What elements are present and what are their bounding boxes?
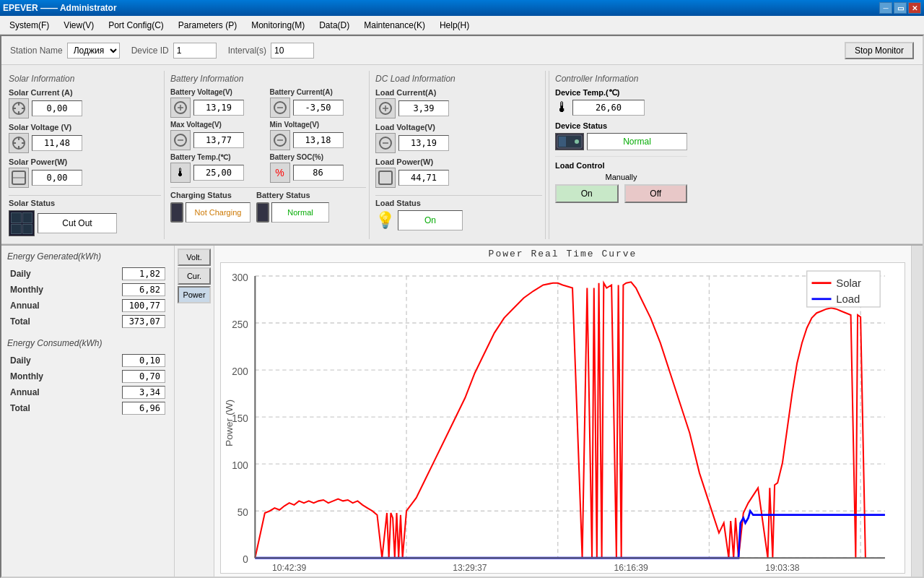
menu-port-config[interactable]: Port Config(C) xyxy=(102,18,170,33)
energy-generated-title: Energy Generated(kWh) xyxy=(7,251,168,262)
dcload-section-title: DC Load Information xyxy=(375,74,542,84)
svg-point-29 xyxy=(575,139,579,144)
menu-help[interactable]: Help(H) xyxy=(433,18,476,33)
minimize-button[interactable]: ─ xyxy=(879,2,892,14)
menubar: System(F) View(V) Port Config(C) Paramet… xyxy=(0,16,924,35)
chart-title: Power Real Time Curve xyxy=(220,249,905,259)
total-consumed-label: Total xyxy=(7,400,79,416)
menu-system[interactable]: System(F) xyxy=(3,18,56,33)
load-power-value: 44,71 xyxy=(398,170,449,186)
menu-data[interactable]: Data(D) xyxy=(313,18,356,33)
battery-status-value: Normal xyxy=(271,202,329,223)
load-power-gauge-icon xyxy=(375,168,396,188)
battery-status-icon xyxy=(256,202,269,223)
load-power-label: Load Power(W) xyxy=(375,158,433,166)
daily-generated-row: Daily 1,82 xyxy=(7,266,168,282)
battery-status-label: Battery Status xyxy=(256,191,329,199)
load-on-button[interactable]: On xyxy=(555,184,619,203)
right-scrollbar[interactable] xyxy=(911,246,923,577)
dcload-section: DC Load Information Load Current(A) 3,39… xyxy=(372,71,546,239)
close-button[interactable]: ✕ xyxy=(908,2,921,14)
chart-tab-cur[interactable]: Cur. xyxy=(178,267,211,285)
battery-temp-value: 25,00 xyxy=(193,165,244,181)
battery-voltage-value: 13,19 xyxy=(193,100,244,116)
solar-status-label: Solar Status xyxy=(9,199,161,207)
load-current-label: Load Current(A) xyxy=(375,88,436,97)
energy-consumed-title: Energy Consumed(kWh) xyxy=(7,338,168,348)
monthly-generated-row: Monthly 6,82 xyxy=(7,282,168,298)
device-id-group: Device ID xyxy=(131,43,217,59)
chart-tab-volt[interactable]: Volt. xyxy=(178,249,211,266)
solar-voltage-label: Solar Voltage (V) xyxy=(9,123,71,131)
battery-min-voltage-item: Min Voltage(V) 13,18 xyxy=(270,121,367,150)
load-current-item: Load Current(A) 3,39 xyxy=(375,88,542,118)
solar-voltage-value: 11,48 xyxy=(32,135,82,151)
controller-section: Controller Information Device Temp.(℃) 🌡… xyxy=(549,71,693,239)
battery-current-value: -3,50 xyxy=(293,100,344,116)
battery-temp-label: Battery Temp.(℃) xyxy=(170,153,231,161)
stop-monitor-button[interactable]: Stop Monitor xyxy=(845,42,914,59)
battery-min-voltage-label: Min Voltage(V) xyxy=(270,121,320,129)
svg-text:200: 200 xyxy=(232,366,248,377)
annual-consumed-row: Annual 3,34 xyxy=(7,384,168,400)
solar-status-value: Cut Out xyxy=(38,213,117,233)
svg-text:50: 50 xyxy=(237,507,248,518)
titlebar-controls: ─ ▭ ✕ xyxy=(879,2,921,14)
solar-panel-icon xyxy=(9,210,35,236)
restore-button[interactable]: ▭ xyxy=(894,2,907,14)
load-voltage-gauge-icon xyxy=(375,133,396,153)
battery-temp-icon: 🌡 xyxy=(170,163,191,183)
monthly-consumed-row: Monthly 0,70 xyxy=(7,368,168,384)
solar-section: Solar Information Solar Current (A) 0,00… xyxy=(6,71,165,239)
annual-consumed-value: 3,34 xyxy=(79,384,168,400)
energy-generated-table: Daily 1,82 Monthly 6,82 Annual 100,77 To… xyxy=(7,266,168,329)
annual-generated-label: Annual xyxy=(7,298,79,314)
svg-text:Solar: Solar xyxy=(836,277,861,289)
monthly-generated-value: 6,82 xyxy=(79,282,168,298)
device-id-input[interactable] xyxy=(173,43,217,59)
solar-current-label: Solar Current (A) xyxy=(9,88,73,97)
load-power-item: Load Power(W) 44,71 xyxy=(375,158,542,188)
menu-monitoring[interactable]: Monitoring(M) xyxy=(245,18,311,33)
charging-status-value: Not Charging xyxy=(186,202,250,223)
annual-generated-row: Annual 100,77 xyxy=(7,298,168,314)
annual-consumed-label: Annual xyxy=(7,384,79,400)
battery-min-voltage-icon xyxy=(270,130,290,150)
device-temp-label: Device Temp.(℃) xyxy=(555,88,687,98)
left-stats: Energy Generated(kWh) Daily 1,82 Monthly… xyxy=(1,246,175,577)
chart-main: Power Real Time Curve 0 50 100 150 xyxy=(214,246,911,577)
daily-consumed-row: Daily 0,10 xyxy=(7,353,168,368)
load-voltage-label: Load Voltage(V) xyxy=(375,123,435,131)
battery-max-voltage-icon xyxy=(170,130,191,150)
chart-tab-power[interactable]: Power xyxy=(178,286,211,303)
solar-voltage-item: Solar Voltage (V) 11,48 xyxy=(9,123,161,153)
thermometer-icon: 🌡 xyxy=(555,99,570,116)
battery-temp-item: Battery Temp.(℃) 🌡 25,00 xyxy=(170,153,267,183)
load-status-value: On xyxy=(398,210,463,230)
energy-consumed-table: Daily 0,10 Monthly 0,70 Annual 3,34 Tota… xyxy=(7,353,168,416)
battery-current-label: Battery Current(A) xyxy=(270,88,333,96)
load-off-button[interactable]: Off xyxy=(624,184,688,203)
svg-text:16:16:39: 16:16:39 xyxy=(614,563,648,573)
station-name-label: Station Name xyxy=(10,46,63,56)
svg-text:Load: Load xyxy=(836,293,860,305)
daily-generated-label: Daily xyxy=(7,266,79,282)
battery-min-voltage-value: 13,18 xyxy=(293,132,344,148)
station-name-select[interactable]: Лоджия xyxy=(67,43,120,59)
battery-soc-label: Battery SOC(%) xyxy=(270,153,323,161)
load-current-gauge-icon xyxy=(375,98,396,118)
daily-consumed-value: 0,10 xyxy=(79,353,168,368)
battery-voltage-icon xyxy=(170,98,191,118)
interval-input[interactable] xyxy=(271,43,314,59)
chart-sidebar: Volt. Cur. Power xyxy=(175,246,214,577)
menu-maintenance[interactable]: Maintenance(K) xyxy=(357,18,432,33)
svg-rect-28 xyxy=(559,137,566,147)
menu-parameters[interactable]: Parameters (P) xyxy=(172,18,243,33)
svg-text:300: 300 xyxy=(232,272,248,283)
menu-view[interactable]: View(V) xyxy=(57,18,100,33)
battery-max-voltage-value: 13,77 xyxy=(193,132,244,148)
chart-area: Volt. Cur. Power Power Real Time Curve 0… xyxy=(175,246,911,577)
device-id-label: Device ID xyxy=(131,46,169,56)
svg-text:0: 0 xyxy=(243,554,248,565)
load-control-section: Load Control Manually On Off xyxy=(555,156,687,203)
